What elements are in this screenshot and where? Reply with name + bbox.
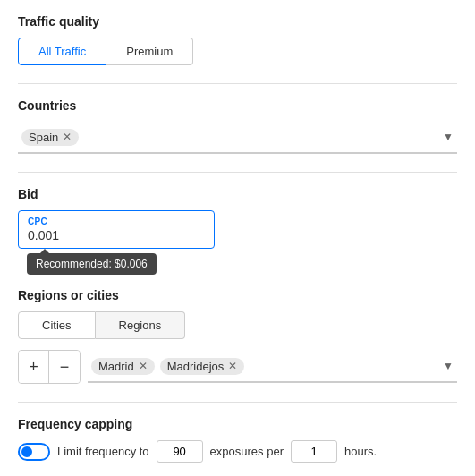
traffic-quality-label: Traffic quality bbox=[18, 14, 457, 29]
madridejos-tag: Madridejos ✕ bbox=[160, 358, 245, 375]
premium-button[interactable]: Premium bbox=[106, 38, 193, 65]
frequency-capping-label: Frequency capping bbox=[18, 417, 457, 431]
regions-button[interactable]: Regions bbox=[96, 311, 186, 339]
countries-dropdown[interactable]: Spain ✕ ▼ bbox=[18, 122, 457, 154]
all-traffic-button[interactable]: All Traffic bbox=[18, 38, 106, 65]
madrid-remove[interactable]: ✕ bbox=[139, 360, 148, 372]
frequency-capping-section: Frequency capping Limit frequency to exp… bbox=[18, 417, 457, 463]
minus-button[interactable]: − bbox=[49, 351, 80, 383]
cities-row: + − Madrid ✕ Madridejos ✕ ▼ bbox=[18, 350, 457, 384]
divider-2 bbox=[18, 172, 457, 173]
countries-dropdown-arrow: ▼ bbox=[443, 131, 454, 143]
countries-section: Countries Spain ✕ ▼ bbox=[18, 98, 457, 154]
frequency-toggle[interactable] bbox=[18, 443, 50, 461]
frequency-row: Limit frequency to exposures per hours. bbox=[18, 440, 457, 463]
plus-minus-control: + − bbox=[18, 350, 81, 384]
cities-button[interactable]: Cities bbox=[18, 311, 96, 339]
bid-tooltip: Recommended: $0.006 bbox=[27, 253, 157, 275]
bid-input[interactable] bbox=[28, 228, 205, 242]
toggle-track bbox=[18, 443, 50, 461]
regions-cities-section: Regions or cities Cities Regions + − Mad… bbox=[18, 288, 457, 384]
toggle-thumb bbox=[21, 446, 32, 457]
limit-frequency-text: Limit frequency to bbox=[57, 445, 149, 458]
spain-tag: Spain ✕ bbox=[21, 129, 79, 146]
cities-dropdown-arrow: ▼ bbox=[443, 360, 454, 372]
bid-wrapper: CPC Recommended: $0.006 bbox=[18, 210, 215, 249]
divider-1 bbox=[18, 83, 457, 84]
traffic-quality-buttons: All Traffic Premium bbox=[18, 38, 457, 65]
bid-section: Bid CPC Recommended: $0.006 bbox=[18, 187, 457, 249]
cities-dropdown[interactable]: Madrid ✕ Madridejos ✕ ▼ bbox=[88, 351, 457, 383]
madridejos-remove[interactable]: ✕ bbox=[228, 360, 237, 372]
spain-remove[interactable]: ✕ bbox=[63, 132, 72, 142]
hours-input[interactable] bbox=[291, 440, 337, 463]
divider-3 bbox=[18, 402, 457, 403]
cpc-label: CPC bbox=[28, 217, 205, 226]
plus-button[interactable]: + bbox=[19, 351, 49, 383]
hours-text: hours. bbox=[344, 445, 377, 458]
exposures-per-text: exposures per bbox=[210, 445, 284, 458]
regions-cities-label: Regions or cities bbox=[18, 288, 457, 302]
traffic-quality-section: Traffic quality All Traffic Premium bbox=[18, 14, 457, 65]
exposures-input[interactable] bbox=[157, 440, 203, 463]
bid-label: Bid bbox=[18, 187, 457, 201]
regions-cities-buttons: Cities Regions bbox=[18, 311, 457, 339]
madrid-tag: Madrid ✕ bbox=[91, 358, 155, 375]
countries-label: Countries bbox=[18, 98, 457, 113]
bid-input-box: CPC bbox=[18, 210, 215, 249]
